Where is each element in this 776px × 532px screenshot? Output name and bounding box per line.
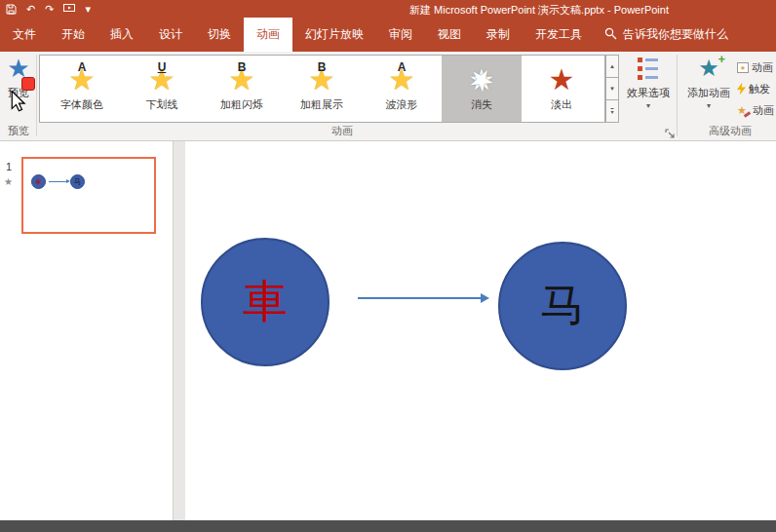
tab-home[interactable]: 开始	[49, 18, 97, 52]
bottom-bar	[0, 520, 776, 532]
trigger-label: 触发	[749, 82, 770, 96]
tab-design[interactable]: 设计	[146, 18, 195, 52]
animation-fade[interactable]: ★ 淡出	[522, 56, 601, 122]
right-circle-shape[interactable]: 马	[498, 242, 627, 370]
advanced-animation-buttons: ★ 动画 触发 ★ 动画	[737, 57, 776, 122]
quick-access-toolbar: ↶ ↷ ▾	[6, 0, 91, 18]
letter-glyph: B	[318, 60, 327, 74]
animation-bold-reveal[interactable]: ★ B 加粗展示	[282, 56, 362, 122]
tab-record[interactable]: 录制	[474, 18, 523, 52]
animation-pane-icon: ★	[737, 62, 749, 73]
thumb-right-circle: 马	[70, 174, 85, 189]
tab-file[interactable]: 文件	[0, 18, 49, 52]
preview-group-label: 预览	[8, 124, 29, 138]
animation-wave[interactable]: ★ A 波浪形	[362, 56, 442, 122]
add-animation-button[interactable]: ★ + 添加动画 ▾	[680, 54, 737, 110]
lightning-icon	[737, 83, 746, 95]
animation-painter-label: 动画	[753, 103, 774, 118]
add-animation-label: 添加动画	[680, 86, 737, 100]
emphasis-star-icon: ★ A	[384, 60, 419, 95]
caret-glyph: ▾	[610, 108, 613, 115]
start-slideshow-icon[interactable]	[63, 4, 75, 14]
window-title: 新建 Microsoft PowerPoint 演示文稿.pptx - Powe…	[409, 3, 669, 18]
emphasis-star-icon: ★ B	[224, 60, 259, 95]
tab-slideshow[interactable]: 幻灯片放映	[292, 18, 376, 52]
left-circle-text: 車	[243, 272, 288, 332]
emphasis-star-icon: ★ U	[144, 60, 179, 95]
letter-glyph: B	[238, 60, 247, 74]
slide-number: 1	[6, 161, 12, 172]
trigger-button[interactable]: 触发	[737, 79, 776, 98]
powerpoint-window: ↶ ↷ ▾ 新建 Microsoft PowerPoint 演示文稿.pptx …	[0, 0, 776, 532]
animation-label: 波浪形	[386, 97, 418, 112]
save-icon[interactable]	[6, 4, 17, 15]
animation-painter-icon: ★	[737, 104, 750, 117]
star-glyph: ★	[549, 65, 575, 95]
right-circle-text: 马	[540, 276, 585, 336]
tab-view[interactable]: 视图	[425, 18, 474, 52]
emphasis-star-icon: ★ B	[304, 60, 339, 95]
thumb-arrow	[49, 181, 67, 182]
arrow-connector[interactable]	[358, 297, 483, 299]
left-circle-shape[interactable]: 車	[201, 238, 330, 366]
animation-label: 加粗展示	[300, 97, 343, 112]
dialog-launcher-icon[interactable]	[665, 126, 676, 136]
tab-insert[interactable]: 插入	[97, 18, 146, 52]
mouse-cursor	[11, 91, 26, 116]
effect-options-button[interactable]: 效果选项 ▾	[622, 54, 675, 110]
effect-options-icon	[638, 54, 659, 83]
gallery-scroll-down-icon[interactable]: ▼	[605, 77, 619, 100]
animation-label: 下划线	[146, 97, 178, 112]
thumb-left-circle: 車	[31, 174, 46, 189]
slide-thumbnail-panel: 1 ★ 車 马	[0, 141, 174, 520]
animation-label: 消失	[471, 97, 492, 112]
tab-transitions[interactable]: 切换	[195, 18, 244, 52]
tab-review[interactable]: 审阅	[376, 18, 425, 52]
animation-pane-label: 动画	[752, 60, 773, 75]
chevron-down-icon: ▾	[680, 102, 737, 110]
letter-glyph: U	[158, 60, 167, 74]
gallery-scrollbar: ▲ ▼ ▾	[605, 55, 619, 123]
animation-disappear[interactable]: ★ ★ 消失	[442, 56, 522, 122]
group-separator	[677, 55, 678, 136]
animation-indicator-icon[interactable]: ★	[4, 176, 13, 187]
gallery-more-icon[interactable]: ▾	[605, 99, 619, 123]
burst-star-icon: ★ ★	[464, 60, 499, 95]
plus-glyph: +	[718, 52, 725, 66]
exit-star-icon: ★	[544, 60, 579, 95]
group-separator	[36, 55, 37, 136]
tab-developer[interactable]: 开发工具	[523, 18, 595, 52]
animation-pane-button[interactable]: ★ 动画	[737, 57, 776, 77]
letter-glyph: A	[78, 60, 87, 74]
search-label: 告诉我你想要做什么	[623, 26, 728, 43]
animation-group-label: 动画	[331, 124, 353, 138]
animation-gallery: ★ A 字体颜色 ★ U 下划线 ★ B 加粗闪烁	[39, 55, 605, 123]
advanced-animation-group-label: 高级动画	[709, 124, 752, 138]
effect-options-label: 效果选项	[622, 86, 675, 100]
tell-me-search[interactable]: 告诉我你想要做什么	[604, 18, 728, 52]
emphasis-star-icon: ★ A	[64, 60, 99, 95]
animation-font-color[interactable]: ★ A 字体颜色	[42, 56, 122, 122]
undo-icon[interactable]: ↶	[26, 4, 35, 15]
slide-thumbnail[interactable]: 車 马	[21, 157, 156, 234]
letter-glyph: A	[398, 60, 407, 74]
gallery-scroll-up-icon[interactable]: ▲	[605, 55, 619, 78]
recording-indicator	[21, 77, 35, 91]
titlebar: ↶ ↷ ▾ 新建 Microsoft PowerPoint 演示文稿.pptx …	[0, 0, 776, 18]
add-animation-star-icon: ★ +	[694, 54, 723, 83]
tab-animations[interactable]: 动画	[244, 18, 292, 52]
animation-label: 淡出	[551, 97, 572, 112]
redo-icon[interactable]: ↷	[45, 4, 54, 15]
animation-bold-flash[interactable]: ★ B 加粗闪烁	[202, 56, 282, 122]
ribbon-tab-row: 文件 开始 插入 设计 切换 动画 幻灯片放映 审阅 视图 录制 开发工具 告诉…	[0, 18, 776, 52]
qat-customize-icon[interactable]: ▾	[85, 4, 91, 15]
search-icon	[604, 27, 617, 43]
animation-painter-button[interactable]: ★ 动画	[737, 100, 776, 120]
chevron-down-icon: ▾	[622, 102, 675, 110]
slide-canvas[interactable]: 車 马	[185, 141, 776, 520]
animation-label: 加粗闪烁	[220, 97, 263, 112]
ribbon-content: ★ 预览 ▾ ★ A 字体颜色 ★ U 下划线	[0, 52, 776, 141]
animation-label: 字体颜色	[60, 97, 103, 112]
star-glyph: ★	[698, 55, 719, 81]
animation-underline[interactable]: ★ U 下划线	[122, 56, 202, 122]
